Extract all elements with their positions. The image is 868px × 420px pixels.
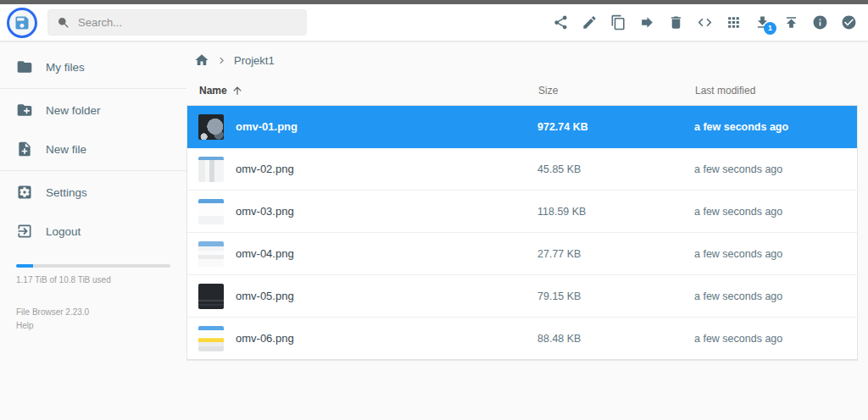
breadcrumb: Projekt1 [186,51,858,76]
trash-icon [668,14,684,30]
column-header-size[interactable]: Size [538,85,695,97]
file-row[interactable]: omv-06.png 88.48 KB a few seconds ago [187,318,857,360]
sidebar-item-my-files[interactable]: My files [0,47,186,86]
file-thumbnail [198,284,224,309]
sidebar-divider [0,170,186,171]
usage-text: 1.17 TiB of 10.8 TiB used [16,275,170,285]
file-list: omv-01.png 972.74 KB a few seconds ago o… [186,106,858,361]
upload-icon [783,14,799,30]
home-icon[interactable] [194,52,209,68]
about-block: File Browser 2.23.0 Help [0,285,186,332]
folder-icon [16,58,33,75]
move-button[interactable] [638,14,656,31]
column-header-name[interactable]: Name [186,85,538,97]
info-icon [812,14,828,30]
raw-view-button[interactable] [696,14,714,31]
usage-progress-track [16,264,170,268]
file-row[interactable]: omv-02.png 45.85 KB a few seconds ago [187,148,857,191]
grid-view-icon [726,14,742,30]
switch-view-button[interactable] [725,14,743,31]
copy-icon [610,14,626,30]
file-thumbnail [198,199,224,224]
download-count-badge: 1 [764,22,776,35]
breadcrumb-folder[interactable]: Projekt1 [234,54,275,67]
file-modified: a few seconds ago [694,248,857,260]
sidebar-item-label: Settings [46,186,87,199]
sidebar-item-label: New file [46,143,86,156]
usage-progress-fill [16,264,33,268]
help-link[interactable]: Help [16,321,34,330]
file-row[interactable]: omv-01.png 972.74 KB a few seconds ago [187,106,857,148]
listing-header: Name Size Last modified [186,76,858,106]
file-modified: a few seconds ago [694,333,857,345]
content-area: Projekt1 Name Size Last modified omv-01.… [186,41,868,420]
file-modified: a few seconds ago [694,206,857,218]
info-button[interactable] [811,14,829,31]
sidebar-item-new-file[interactable]: New file [0,130,186,169]
file-name: omv-02.png [236,163,294,175]
delete-button[interactable] [667,14,685,31]
share-icon [553,14,569,30]
sidebar-item-settings[interactable]: Settings [0,173,186,212]
code-brackets-icon [697,14,713,30]
file-thumbnail [198,157,224,182]
file-name: omv-01.png [236,120,298,133]
floppy-disk-icon [14,14,31,31]
chevron-right-icon [215,54,228,67]
search-box[interactable] [47,9,307,36]
app-header: 1 [0,4,868,41]
sidebar-item-label: New folder [46,104,101,117]
file-name: omv-03.png [236,205,294,218]
file-size: 118.59 KB [537,206,694,218]
file-name: omv-05.png [236,290,294,302]
sidebar-item-label: My files [46,61,85,74]
check-circle-icon [841,14,857,30]
sort-ascending-icon [231,85,243,97]
file-thumbnail [198,241,224,267]
share-button[interactable] [552,14,570,31]
sidebar: My files New folder New file Settings Lo… [0,41,186,420]
file-name: omv-04.png [236,247,294,260]
file-row[interactable]: omv-04.png 27.77 KB a few seconds ago [187,233,857,275]
search-icon [57,16,70,30]
file-modified: a few seconds ago [694,163,857,175]
file-name: omv-06.png [236,332,294,345]
file-size: 45.85 KB [537,163,694,175]
copy-button[interactable] [609,14,627,31]
file-thumbnail [198,326,224,351]
forward-arrow-icon [639,14,655,30]
download-button[interactable]: 1 [754,14,771,31]
select-button[interactable] [840,14,858,31]
toolbar-actions: 1 [552,14,858,31]
pencil-icon [581,14,598,30]
search-input[interactable] [78,16,298,29]
app-version: File Browser 2.23.0 [16,306,170,319]
file-modified: a few seconds ago [694,121,857,133]
app-logo[interactable] [7,8,37,38]
file-size: 88.48 KB [537,333,694,345]
file-modified: a few seconds ago [694,290,857,302]
sidebar-divider [0,88,186,89]
file-size: 972.74 KB [537,121,694,133]
sidebar-item-logout[interactable]: Logout [0,212,186,251]
new-folder-icon [16,102,33,119]
file-row[interactable]: omv-05.png 79.15 KB a few seconds ago [187,275,857,318]
upload-button[interactable] [782,14,800,31]
settings-icon [16,184,33,201]
new-file-icon [16,141,33,158]
sidebar-item-label: Logout [46,225,81,238]
logout-icon [16,223,33,240]
file-size: 79.15 KB [537,290,694,302]
storage-usage: 1.17 TiB of 10.8 TiB used [0,251,186,285]
rename-button[interactable] [581,14,598,31]
file-row[interactable]: omv-03.png 118.59 KB a few seconds ago [187,191,857,233]
file-size: 27.77 KB [537,248,694,260]
sidebar-item-new-folder[interactable]: New folder [0,91,186,130]
file-thumbnail [198,114,224,140]
column-header-modified[interactable]: Last modified [695,85,858,97]
